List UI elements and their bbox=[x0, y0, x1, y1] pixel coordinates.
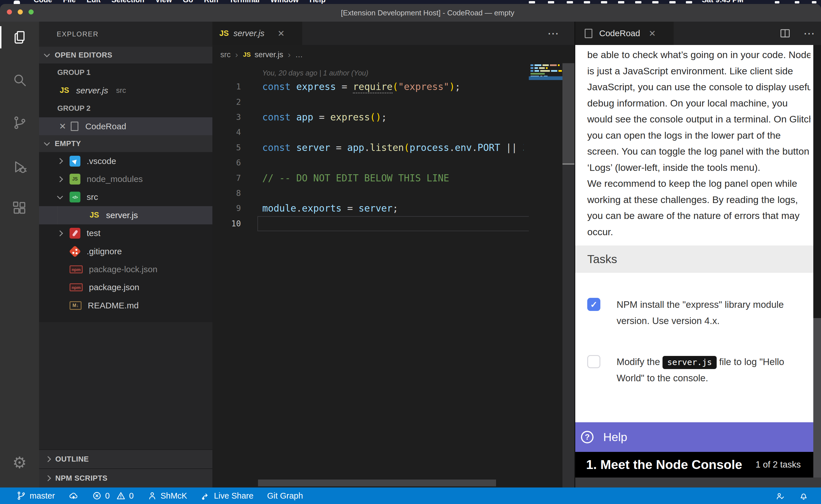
close-tab-icon[interactable]: ✕ bbox=[649, 28, 656, 38]
status-shmck[interactable]: ShMcK bbox=[147, 491, 187, 501]
code-line-8[interactable]: 8 bbox=[213, 186, 524, 201]
token: app bbox=[296, 112, 313, 123]
code-line-10[interactable]: 10 bbox=[213, 216, 524, 231]
token: process bbox=[410, 142, 449, 153]
activity-source-control[interactable] bbox=[0, 110, 39, 136]
status-master[interactable]: master bbox=[17, 491, 55, 501]
status-bell[interactable] bbox=[799, 491, 808, 501]
status-git-graph[interactable]: Git Graph bbox=[267, 491, 303, 501]
menu-terminal[interactable]: Terminal bbox=[229, 0, 260, 4]
code-line-7[interactable]: 7// -- DO NOT EDIT BELOW THIS LINE bbox=[213, 170, 524, 185]
tab-server-js[interactable]: JS server.js ✕ bbox=[213, 22, 302, 45]
token: . bbox=[296, 203, 302, 214]
panel-more-actions-button[interactable]: ⋯ bbox=[803, 27, 815, 40]
test-file-icon bbox=[70, 228, 80, 239]
token: = bbox=[342, 203, 359, 214]
chevron-right-icon bbox=[57, 230, 63, 236]
breadcrumb-item--[interactable]: … bbox=[295, 50, 303, 59]
code-area[interactable]: 1const express = require("express");23co… bbox=[213, 79, 524, 231]
token: module bbox=[262, 203, 296, 214]
minimap-line bbox=[530, 67, 562, 69]
tree-item--vscode[interactable]: .vscode bbox=[39, 152, 213, 170]
menu-go[interactable]: Go bbox=[183, 0, 193, 4]
close-window-button[interactable] bbox=[7, 9, 12, 15]
folder-section-header-empty[interactable]: EMPTY bbox=[39, 135, 213, 152]
scrollbar-thumb[interactable] bbox=[813, 318, 821, 478]
menu-edit[interactable]: Edit bbox=[87, 0, 101, 4]
tree-item-package-lock-json[interactable]: npmpackage-lock.json bbox=[39, 260, 213, 278]
scrollbar-thumb[interactable] bbox=[562, 63, 574, 165]
editor-more-actions-button[interactable]: ⋯ bbox=[547, 22, 559, 45]
code-line-5[interactable]: 5const server = app.listen(process.env.P… bbox=[213, 140, 524, 155]
help-section-header[interactable]: ? Help bbox=[575, 422, 813, 452]
line-number: 2 bbox=[213, 97, 241, 107]
code-line-9[interactable]: 9module.exports = server; bbox=[213, 201, 524, 216]
editor-horizontal-scrollbar[interactable] bbox=[258, 480, 496, 486]
status-problems[interactable]: 00 bbox=[92, 491, 134, 501]
menu-bar-status-icon bbox=[548, 1, 554, 3]
tree-item-src[interactable]: </>src bbox=[39, 188, 213, 206]
tree-item-label: package-lock.json bbox=[89, 265, 157, 274]
activity-extensions[interactable] bbox=[0, 195, 39, 221]
menu-run[interactable]: Run bbox=[204, 0, 219, 4]
menu-help[interactable]: Help bbox=[310, 0, 326, 4]
tree-item-server-js[interactable]: JSserver.js bbox=[39, 206, 213, 224]
tree-item--gitignore[interactable]: .gitignore bbox=[39, 242, 213, 260]
checkbox-checked[interactable]: ✓ bbox=[587, 298, 600, 311]
zoom-window-button[interactable] bbox=[28, 9, 34, 15]
close-icon[interactable]: ✕ bbox=[59, 121, 66, 131]
apple-logo-icon[interactable] bbox=[14, 1, 20, 4]
menu-window[interactable]: Window bbox=[270, 0, 299, 4]
status-0[interactable]: 0 bbox=[116, 491, 134, 501]
checkbox-unchecked[interactable] bbox=[587, 355, 600, 368]
token: ) bbox=[449, 81, 455, 92]
menu-code[interactable]: Code bbox=[34, 0, 52, 4]
status-cloud[interactable] bbox=[69, 491, 78, 501]
close-tab-icon[interactable]: ✕ bbox=[278, 28, 285, 38]
sidebar-section-npm-scripts[interactable]: NPM SCRIPTS bbox=[39, 468, 213, 487]
tree-item-node_modules[interactable]: JSnode_modules bbox=[39, 170, 213, 188]
breadcrumb-item-src[interactable]: src bbox=[221, 50, 231, 59]
open-editors-group-label: GROUP 2 bbox=[39, 99, 213, 117]
webview-scrollbar[interactable] bbox=[813, 45, 821, 478]
open-editor-item-coderoad[interactable]: ✕CodeRoad bbox=[39, 117, 213, 135]
code-line-1[interactable]: 1const express = require("express"); bbox=[213, 79, 524, 94]
code-line-4[interactable]: 4 bbox=[213, 125, 524, 140]
code-line-2[interactable]: 2 bbox=[213, 94, 524, 109]
cloud-icon bbox=[69, 491, 78, 501]
tree-item-readme-md[interactable]: M↓README.md bbox=[39, 296, 213, 314]
tree-item-package-json[interactable]: npmpackage.json bbox=[39, 278, 213, 296]
tab-coderoad[interactable]: CodeRoad ✕ bbox=[575, 22, 674, 45]
code-line-6[interactable]: 6 bbox=[213, 155, 524, 170]
menu-selection[interactable]: Selection bbox=[111, 0, 144, 4]
tree-item-label: src bbox=[87, 192, 98, 202]
split-editor-icon[interactable] bbox=[779, 27, 791, 40]
open-editors-header[interactable]: OPEN EDITORS bbox=[39, 47, 213, 63]
code-line-3[interactable]: 3const app = express(); bbox=[213, 110, 524, 125]
activity-run-debug[interactable] bbox=[0, 154, 39, 180]
activity-settings[interactable]: ⚙ bbox=[0, 450, 39, 476]
line-number: 3 bbox=[213, 112, 241, 122]
status-live-share[interactable]: Live Share bbox=[201, 491, 254, 501]
editor-vertical-scrollbar[interactable] bbox=[562, 63, 574, 487]
tree-item-test[interactable]: test bbox=[39, 224, 213, 242]
minimize-window-button[interactable] bbox=[18, 9, 23, 15]
token: ; bbox=[455, 81, 461, 92]
sidebar-section-outline[interactable]: OUTLINE bbox=[39, 449, 213, 468]
token: listen bbox=[370, 142, 404, 153]
source-control-icon bbox=[12, 115, 28, 131]
coderoad-panel: CodeRoad ✕ ⋯ be able to check what’s goi… bbox=[574, 22, 821, 487]
tree-item-label: server.js bbox=[106, 210, 138, 220]
activity-explorer[interactable] bbox=[0, 24, 39, 50]
breadcrumb-separator: › bbox=[235, 50, 238, 60]
open-editor-item-server-js[interactable]: JSserver.jssrc bbox=[39, 81, 213, 99]
activity-search[interactable] bbox=[0, 67, 39, 93]
menu-file[interactable]: File bbox=[63, 0, 76, 4]
minimap-segment bbox=[550, 64, 557, 66]
minimap[interactable] bbox=[529, 63, 562, 487]
status-0[interactable]: 0 bbox=[92, 491, 110, 501]
task-text-segment: file to log "Hello bbox=[717, 357, 784, 367]
menu-view[interactable]: View bbox=[155, 0, 172, 4]
status-person-check[interactable] bbox=[775, 491, 785, 501]
breadcrumb-item-server-js[interactable]: JSserver.js bbox=[243, 50, 283, 59]
